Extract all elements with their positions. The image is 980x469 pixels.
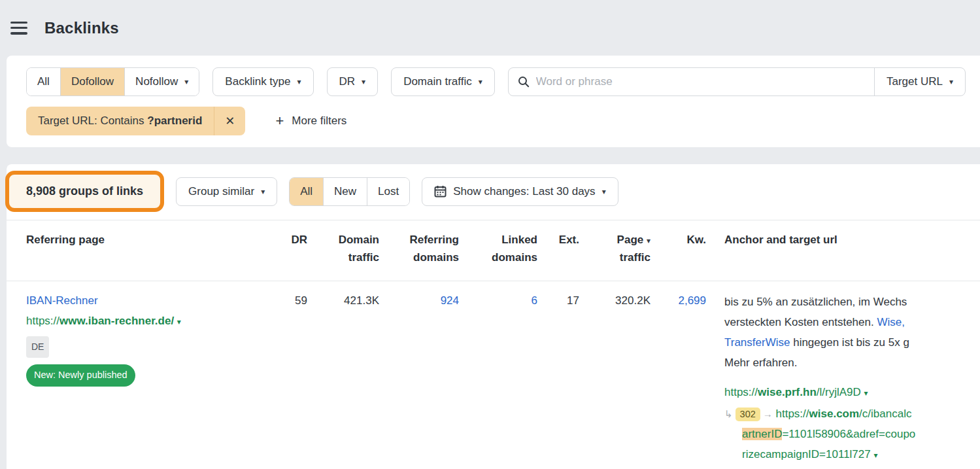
redirect-branch-icon: ↳ [724, 408, 733, 419]
url-prefix: https:// [26, 315, 59, 327]
table-row: IBAN-Rechner https://www.iban-rechner.de… [26, 281, 980, 469]
changes-tab-lost[interactable]: Lost [367, 178, 409, 205]
filters-row-1: All Dofollow Nofollow ▾ Backlink type ▾ … [26, 67, 980, 96]
chevron-down-icon[interactable]: ▾ [873, 451, 877, 460]
table-header-row: Referring page DR Domain traffic Referri… [26, 220, 980, 281]
target-url-dropdown[interactable]: Target URL ▾ [875, 68, 965, 96]
page-traffic-line2: traffic [620, 251, 651, 264]
domain-traffic-value: 421.3K [307, 292, 379, 466]
redirect-arrow-icon: → [763, 408, 773, 419]
referring-page-cell: IBAN-Rechner https://www.iban-rechner.de… [26, 292, 275, 466]
chip-prefix: Target URL: Contains [38, 114, 144, 128]
highlighted-match: artnerID [742, 428, 782, 440]
active-filter-chip[interactable]: Target URL: Contains ?partnerid ✕ [26, 107, 245, 135]
keywords-link[interactable]: 2,699 [678, 294, 706, 307]
hamburger-menu-icon[interactable] [10, 22, 27, 35]
more-filters-label: More filters [292, 114, 346, 128]
column-header-kw[interactable]: Kw. [651, 231, 706, 266]
chevron-down-icon: ▾ [602, 188, 606, 196]
linked-domains-link[interactable]: 6 [532, 294, 537, 307]
backlink-type-dropdown[interactable]: Backlink type ▾ [212, 67, 313, 96]
chevron-down-icon[interactable]: ▾ [864, 389, 868, 398]
redirect-url-continued: artnerID=1101l58906&adref=coupo [724, 424, 980, 444]
column-header-dr[interactable]: DR [275, 231, 307, 266]
search-input[interactable] [536, 68, 874, 96]
chip-value: ?partnerid [147, 114, 202, 128]
column-header-referring-domains[interactable]: Referring domains [379, 231, 459, 266]
filter-tab-nofollow[interactable]: Nofollow ▾ [125, 68, 199, 96]
anchor-line: TransferWise hingegen ist bis zu 5x g [724, 332, 980, 353]
dr-dropdown[interactable]: DR ▾ [327, 67, 379, 96]
chevron-down-icon: ▾ [261, 188, 265, 196]
domain-traffic-label: Domain traffic [403, 75, 472, 88]
domain-traffic-dropdown[interactable]: Domain traffic ▾ [391, 67, 495, 96]
redirect-line: ↳302→ https://wise.com/c/ibancalc [724, 404, 980, 424]
redirect-target-url[interactable]: https://wise.com/c/ibancalc [776, 408, 912, 420]
redirect-code-badge: 302 [735, 408, 760, 421]
column-header-ext[interactable]: Ext. [537, 231, 579, 266]
top-bar: Backlinks [0, 0, 980, 56]
column-header-referring-page[interactable]: Referring page [26, 231, 275, 266]
dr-label: DR [339, 75, 356, 88]
language-badge: DE [26, 336, 49, 358]
page-traffic-line1: Page [617, 234, 644, 246]
filters-panel: All Dofollow Nofollow ▾ Backlink type ▾ … [7, 56, 980, 147]
word-search-control: Target URL ▾ [508, 67, 966, 96]
anchor-inline-link[interactable]: Wise, [877, 316, 905, 328]
anchor-text: bis zu 5% an zusätzlichen, im Wechs vers… [724, 292, 980, 373]
show-changes-dropdown[interactable]: Show changes: Last 30 days ▾ [422, 177, 618, 206]
show-changes-label: Show changes: Last 30 days [453, 185, 595, 198]
group-similar-dropdown[interactable]: Group similar ▾ [176, 177, 277, 206]
plus-icon: + [275, 114, 284, 128]
column-header-domain-traffic[interactable]: Domain traffic [307, 231, 379, 266]
results-toolbar-wrap: 8,908 groups of links Group similar ▾ Al… [26, 171, 980, 220]
ext-value: 17 [537, 292, 579, 466]
chevron-down-icon: ▾ [184, 78, 188, 86]
search-icon [518, 76, 530, 88]
target-url[interactable]: https://wise.prf.hn/l/ryjlA9D ▾ [724, 382, 980, 404]
filter-tab-dofollow[interactable]: Dofollow [61, 68, 125, 96]
more-filters-button[interactable]: + More filters [275, 114, 346, 128]
filter-tab-nofollow-label: Nofollow [135, 75, 178, 88]
target-url-label: Target URL [887, 75, 943, 88]
remove-filter-icon[interactable]: ✕ [214, 107, 245, 135]
anchor-inline-link[interactable]: TransferWise [724, 336, 790, 349]
referring-domains-link[interactable]: 924 [441, 294, 459, 307]
redirect-url-continued: rizecampaignID=1011l727 ▾ [724, 444, 980, 466]
chevron-down-icon: ▾ [297, 78, 301, 86]
target-url-block: https://wise.prf.hn/l/ryjlA9D ▾ ↳302→ ht… [724, 382, 980, 466]
changes-tab-all[interactable]: All [290, 178, 324, 205]
status-badge: New: Newly published [26, 364, 135, 387]
column-header-page-traffic[interactable]: Page ▾ traffic [579, 231, 651, 266]
column-header-anchor[interactable]: Anchor and target url [706, 231, 980, 266]
results-toolbar: 8,908 groups of links Group similar ▾ Al… [26, 171, 980, 212]
filters-row-2: Target URL: Contains ?partnerid ✕ + More… [26, 107, 980, 135]
group-similar-label: Group similar [188, 185, 254, 198]
referring-page-url[interactable]: https://www.iban-rechner.de/ ▾ [26, 312, 275, 331]
chevron-down-icon: ▾ [949, 78, 953, 86]
anchor-line: bis zu 5% an zusätzlichen, im Wechs [724, 292, 980, 312]
chevron-down-icon: ▾ [479, 78, 482, 86]
page-traffic-value: 320.2K [579, 292, 651, 466]
calendar-icon [434, 185, 447, 198]
follow-segmented-control: All Dofollow Nofollow ▾ [26, 67, 199, 96]
anchor-target-cell: bis zu 5% an zusätzlichen, im Wechs vers… [706, 292, 980, 466]
anchor-line: Mehr erfahren. [724, 353, 980, 373]
chevron-down-icon: ▾ [362, 78, 365, 86]
changes-segmented-control: All New Lost [289, 177, 410, 206]
results-count: 8,908 groups of links [26, 184, 143, 198]
referring-page-title-link[interactable]: IBAN-Rechner [26, 292, 98, 309]
active-filter-chip-text: Target URL: Contains ?partnerid [26, 107, 214, 135]
backlink-type-label: Backlink type [225, 75, 290, 88]
anchor-line: versteckten Kosten entstehen. Wise, [724, 312, 980, 332]
results-panel: 8,908 groups of links Group similar ▾ Al… [7, 164, 980, 469]
column-header-linked-domains[interactable]: Linked domains [459, 231, 537, 266]
url-domain: www.iban-rechner.de/ [59, 315, 174, 327]
chevron-down-icon[interactable]: ▾ [177, 317, 181, 326]
page-title: Backlinks [44, 19, 119, 37]
filter-tab-all[interactable]: All [27, 68, 61, 96]
changes-tab-new[interactable]: New [324, 178, 367, 205]
dr-value: 59 [275, 292, 307, 466]
count-highlight-annotation: 8,908 groups of links [5, 171, 164, 212]
